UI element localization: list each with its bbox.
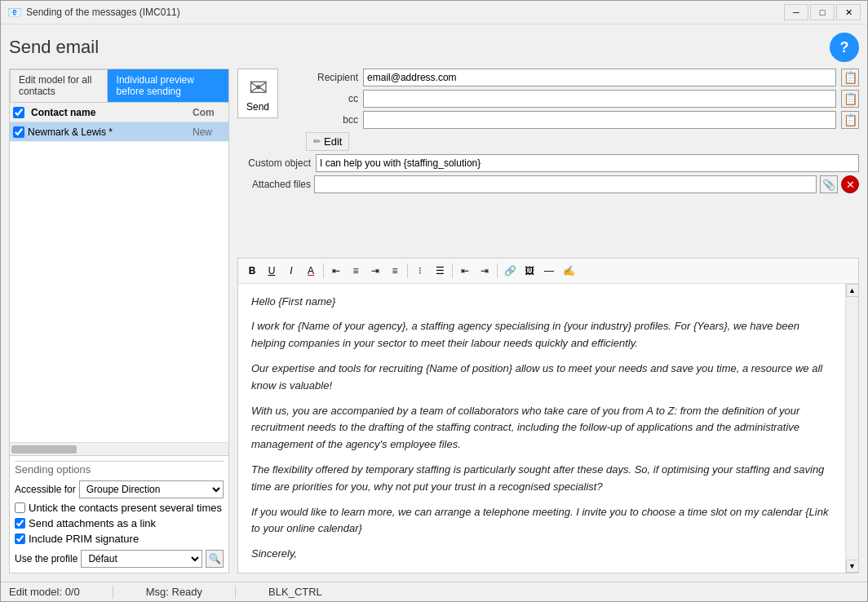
attached-files-row: Attached files 📎 ✕ bbox=[237, 175, 859, 193]
cc-input[interactable] bbox=[363, 90, 836, 108]
close-button[interactable]: ✕ bbox=[836, 4, 861, 20]
editor-area: B U I A ⇤ ≡ ⇥ ≡ ⁝ ☰ ⇤ ⇥ bbox=[237, 258, 859, 573]
recipient-label: Recipient bbox=[285, 72, 358, 83]
email-para6: If you would like to learn more, we can … bbox=[251, 504, 832, 538]
untick-checkbox[interactable] bbox=[15, 502, 25, 513]
delete-icon: ✕ bbox=[846, 179, 855, 191]
align-center-button[interactable]: ≡ bbox=[347, 262, 365, 280]
contact-checkbox[interactable] bbox=[13, 126, 24, 138]
send-attachments-label: Send attachments as a link bbox=[29, 517, 156, 529]
edit-button[interactable]: ✏ Edit bbox=[306, 132, 349, 151]
extra-fields: Custom object Attached files 📎 ✕ bbox=[237, 154, 859, 251]
scroll-up-button[interactable]: ▲ bbox=[846, 284, 859, 297]
profile-select[interactable]: Défaut bbox=[81, 550, 202, 568]
indent-decrease-button[interactable]: ⇤ bbox=[456, 262, 474, 280]
status-sep-1 bbox=[113, 586, 113, 599]
bcc-label: bcc bbox=[285, 114, 358, 126]
custom-object-label: Custom object bbox=[237, 157, 311, 169]
indent-increase-button[interactable]: ⇥ bbox=[476, 262, 494, 280]
include-prim-option: Include PRIM signature bbox=[15, 533, 224, 545]
email-para3: Our expertise and tools for recruiting {… bbox=[251, 361, 832, 395]
editor-toolbar: B U I A ⇤ ≡ ⇥ ≡ ⁝ ☰ ⇤ ⇥ bbox=[238, 259, 858, 284]
editor-wrapper: Hello {First name} I work for {Name of y… bbox=[238, 284, 858, 573]
send-button[interactable]: ✉ Send bbox=[237, 69, 278, 118]
msg-status: Msg: Ready bbox=[146, 586, 202, 598]
scrollbar-thumb bbox=[11, 445, 77, 454]
recipient-picker-button[interactable]: 📋 bbox=[841, 69, 859, 86]
toolbar-sep-4 bbox=[497, 263, 498, 278]
window-icon: 📧 bbox=[7, 6, 21, 19]
align-right-button[interactable]: ⇥ bbox=[366, 262, 384, 280]
page-title-row: Send email ? bbox=[9, 33, 859, 62]
left-panel: Edit model for all contacts Individual p… bbox=[9, 69, 229, 573]
email-para5: The flexibility offered by temporary sta… bbox=[251, 462, 832, 496]
attached-files-input[interactable] bbox=[314, 175, 817, 193]
send-icon: ✉ bbox=[249, 74, 268, 101]
email-para1: Hello {First name} bbox=[251, 294, 832, 311]
accessible-for-select[interactable]: Groupe Direction bbox=[79, 480, 224, 498]
contact-name: Newmark & Lewis * bbox=[28, 126, 193, 138]
contact-com: New bbox=[193, 126, 225, 138]
page-title: Send email bbox=[9, 37, 99, 58]
scroll-down-button[interactable]: ▼ bbox=[846, 560, 859, 573]
main-window: 📧 Sending of the messages (IMC011) ─ □ ✕… bbox=[0, 0, 868, 602]
bcc-row: bcc 📋 bbox=[285, 111, 859, 129]
minimize-button[interactable]: ─ bbox=[784, 4, 808, 20]
italic-button[interactable]: I bbox=[282, 262, 300, 280]
recipient-input[interactable] bbox=[363, 69, 836, 86]
contact-list: Contact name Com Newmark & Lewis * New bbox=[10, 103, 228, 442]
bcc-input[interactable] bbox=[363, 111, 836, 129]
include-prim-checkbox[interactable] bbox=[15, 533, 25, 544]
send-attachments-checkbox[interactable] bbox=[15, 518, 25, 529]
header-checkbox[interactable] bbox=[13, 107, 24, 118]
tab-individual-preview[interactable]: Individual preview before sending bbox=[108, 69, 228, 102]
link-button[interactable]: 🔗 bbox=[501, 262, 519, 280]
contact-row[interactable]: Newmark & Lewis * New bbox=[10, 122, 228, 142]
status-sep-2 bbox=[235, 586, 236, 599]
toolbar-sep-1 bbox=[323, 263, 324, 278]
accessible-for-label: Accessible for bbox=[15, 484, 76, 495]
tab-edit-model[interactable]: Edit model for all contacts bbox=[10, 69, 108, 102]
bcc-contact-icon: 📋 bbox=[844, 113, 857, 126]
editor-scrollbar: ▲ ▼ bbox=[845, 284, 858, 573]
custom-object-row: Custom object bbox=[237, 154, 859, 172]
custom-object-input[interactable] bbox=[316, 154, 859, 172]
cc-label: cc bbox=[285, 93, 358, 104]
right-panel: ✉ Send Recipient 📋 bbox=[229, 69, 859, 573]
status-bar: Edit model: 0/0 Msg: Ready BLK_CTRL bbox=[1, 582, 867, 601]
image-button[interactable]: 🖼 bbox=[520, 262, 538, 280]
recipient-row: Recipient 📋 bbox=[285, 69, 859, 86]
underline-button[interactable]: U bbox=[263, 262, 281, 280]
bold-button[interactable]: B bbox=[243, 262, 261, 280]
ordered-list-button[interactable]: ☰ bbox=[431, 262, 449, 280]
pencil-icon: ✏ bbox=[313, 136, 321, 147]
col-com-header: Com bbox=[193, 107, 225, 118]
horizontal-scrollbar[interactable] bbox=[10, 442, 228, 455]
cc-picker-button[interactable]: 📋 bbox=[841, 90, 859, 108]
send-label: Send bbox=[246, 101, 269, 113]
attach-button[interactable]: 📎 bbox=[820, 175, 838, 193]
font-color-button[interactable]: A bbox=[302, 262, 320, 280]
align-justify-button[interactable]: ≡ bbox=[386, 262, 404, 280]
unordered-list-button[interactable]: ⁝ bbox=[411, 262, 429, 280]
include-prim-label: Include PRIM signature bbox=[29, 533, 139, 545]
help-button[interactable]: ? bbox=[830, 33, 859, 62]
attached-files-label: Attached files bbox=[237, 179, 311, 190]
hr-button[interactable]: — bbox=[540, 262, 558, 280]
cc-contact-icon: 📋 bbox=[844, 92, 857, 105]
bcc-picker-button[interactable]: 📋 bbox=[841, 111, 859, 129]
attach-delete-button[interactable]: ✕ bbox=[841, 175, 859, 193]
send-attachments-option: Send attachments as a link bbox=[15, 517, 224, 529]
accessible-for-row: Accessible for Groupe Direction bbox=[15, 480, 224, 498]
paperclip-icon: 📎 bbox=[822, 179, 835, 191]
profile-search-button[interactable]: 🔍 bbox=[206, 550, 224, 568]
editor-content[interactable]: Hello {First name} I work for {Name of y… bbox=[238, 284, 845, 573]
use-profile-label: Use the profile bbox=[15, 553, 78, 564]
edit-label: Edit bbox=[324, 135, 342, 148]
window-title: Sending of the messages (IMC011) bbox=[26, 7, 779, 18]
signature-button[interactable]: ✍ bbox=[560, 262, 578, 280]
align-left-button[interactable]: ⇤ bbox=[327, 262, 345, 280]
sending-options-title: Sending options bbox=[15, 461, 224, 476]
maximize-button[interactable]: □ bbox=[810, 4, 835, 20]
untick-option: Untick the contacts present several time… bbox=[15, 502, 224, 514]
